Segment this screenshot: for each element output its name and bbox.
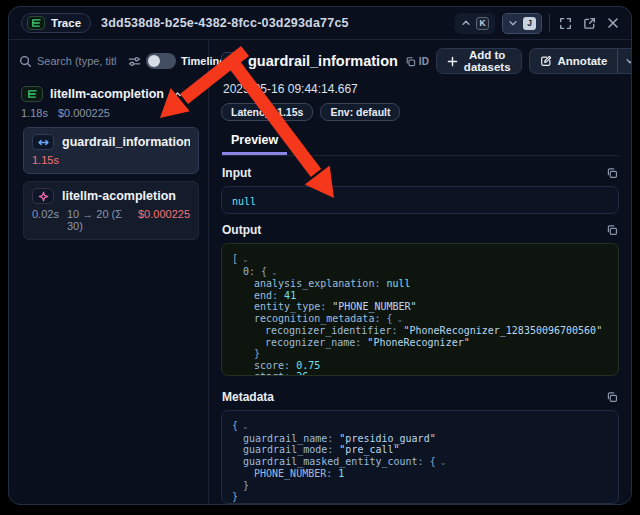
tree-item-latency: 1.15s bbox=[32, 154, 59, 166]
tree-item-latency: 0.02s bbox=[32, 208, 59, 232]
topbar-controls: K J bbox=[455, 13, 621, 34]
shortcut-key-j: J bbox=[523, 17, 536, 30]
id-label: ID bbox=[419, 56, 429, 67]
tab-bar: Preview bbox=[221, 130, 619, 156]
copy-icon bbox=[606, 167, 618, 179]
topbar-divider bbox=[549, 14, 550, 32]
tree-item-label: litellm-acompletion bbox=[62, 189, 176, 203]
tree-root-trace[interactable]: litellm-acompletion bbox=[19, 85, 199, 103]
annotate-button[interactable]: Annotate bbox=[529, 48, 619, 74]
page-title: guardrail_information bbox=[248, 53, 398, 69]
trace-tree-icon bbox=[21, 86, 43, 102]
copy-id-chip[interactable]: ID bbox=[405, 56, 429, 67]
prev-trace-button[interactable]: K bbox=[455, 13, 495, 34]
chevron-up-icon bbox=[461, 18, 471, 28]
output-section-title: Output bbox=[222, 223, 261, 237]
root-trace-stats: 1.18s $0.000225 bbox=[21, 107, 199, 119]
topbar: Trace 3dd538d8-b25e-4382-8fcc-03d293da77… bbox=[9, 7, 631, 40]
metadata-section-title: Metadata bbox=[222, 390, 274, 404]
tree-item-guardrail-information[interactable]: guardrail_information 1.15s bbox=[23, 127, 199, 174]
open-external-button[interactable] bbox=[581, 15, 598, 32]
root-latency: 1.18s bbox=[21, 107, 48, 119]
span-timestamp: 2025-05-16 09:44:14.667 bbox=[223, 82, 619, 96]
timeline-toggle[interactable] bbox=[146, 53, 176, 69]
span-arrows-icon bbox=[221, 52, 241, 70]
add-to-datasets-button[interactable]: Add to datasets bbox=[436, 48, 522, 74]
search-input[interactable] bbox=[37, 55, 123, 67]
copy-output-button[interactable] bbox=[606, 224, 618, 236]
copy-icon bbox=[405, 56, 416, 67]
copy-icon bbox=[606, 391, 618, 403]
toggle-knob bbox=[148, 55, 160, 67]
tree-item-cost: $0.000225 bbox=[138, 208, 190, 232]
latency-badge: Latency: 1.15s bbox=[221, 103, 313, 121]
span-arrows-icon bbox=[32, 134, 54, 150]
root-trace-label: litellm-acompletion bbox=[50, 87, 166, 101]
tab-preview[interactable]: Preview bbox=[222, 130, 287, 155]
copy-input-button[interactable] bbox=[606, 167, 618, 179]
output-code-block[interactable]: [⌄0: {⌄analysis_explanation: nullend: 41… bbox=[221, 243, 619, 376]
shortcut-key-k: K bbox=[476, 17, 489, 30]
generation-sparkle-icon bbox=[32, 188, 54, 204]
root-cost: $0.000225 bbox=[58, 107, 110, 119]
annotate-label: Annotate bbox=[558, 55, 608, 67]
input-section-title: Input bbox=[222, 166, 251, 180]
chevron-down-icon bbox=[508, 18, 518, 28]
annotate-dropdown-button[interactable] bbox=[618, 48, 632, 74]
next-trace-button[interactable]: J bbox=[502, 13, 542, 34]
env-badge: Env: default bbox=[320, 103, 400, 121]
trace-tree-sidebar: Timeline litellm-acompletion 1.18s $0.00… bbox=[9, 40, 209, 504]
copy-icon bbox=[606, 224, 618, 236]
trace-id: 3dd538d8-b25e-4382-8fcc-03d293da77c5 bbox=[101, 16, 349, 30]
plus-icon bbox=[447, 56, 458, 67]
span-detail-panel: guardrail_information ID Add to datasets… bbox=[209, 40, 631, 504]
add-to-datasets-label: Add to datasets bbox=[464, 49, 511, 73]
tree-item-litellm-acompletion[interactable]: litellm-acompletion 0.02s 10 → 20 (Σ 30)… bbox=[23, 181, 199, 240]
tree-item-tokens: 10 → 20 (Σ 30) bbox=[67, 208, 130, 232]
trace-type-badge: Trace bbox=[21, 13, 91, 33]
tree-item-label: guardrail_information bbox=[62, 135, 190, 149]
trace-detail-window: Trace 3dd538d8-b25e-4382-8fcc-03d293da77… bbox=[8, 6, 632, 505]
chevron-down-icon bbox=[625, 56, 632, 66]
copy-metadata-button[interactable] bbox=[606, 391, 618, 403]
collapse-all-icon[interactable] bbox=[173, 90, 182, 99]
annotate-pen-icon bbox=[540, 55, 552, 67]
metadata-code-block[interactable]: {⌄guardrail_name: "presidio_guard"guardr… bbox=[221, 410, 619, 504]
input-code-block[interactable]: null bbox=[221, 186, 619, 214]
filter-sliders-icon[interactable] bbox=[128, 55, 141, 68]
external-link-icon bbox=[583, 17, 596, 30]
trace-tree-icon bbox=[27, 16, 45, 30]
maximize-icon bbox=[559, 17, 572, 30]
search-icon bbox=[19, 55, 32, 68]
close-button[interactable] bbox=[605, 15, 621, 31]
close-icon bbox=[607, 17, 619, 29]
expand-all-icon[interactable] bbox=[188, 90, 197, 99]
trace-badge-label: Trace bbox=[51, 17, 81, 29]
expand-fullscreen-button[interactable] bbox=[557, 15, 574, 32]
